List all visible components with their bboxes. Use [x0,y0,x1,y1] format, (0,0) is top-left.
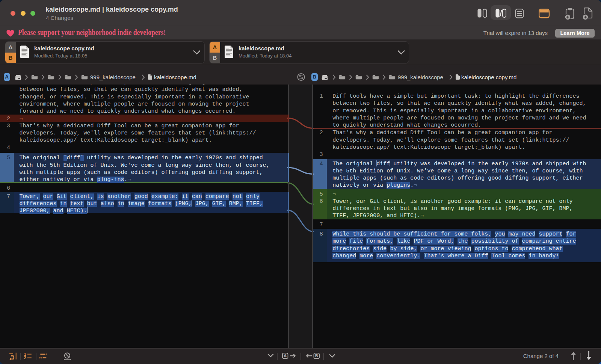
svg-text:2: 2 [24,356,26,359]
svg-text:A: A [284,353,287,358]
svg-text:B: B [315,353,318,358]
